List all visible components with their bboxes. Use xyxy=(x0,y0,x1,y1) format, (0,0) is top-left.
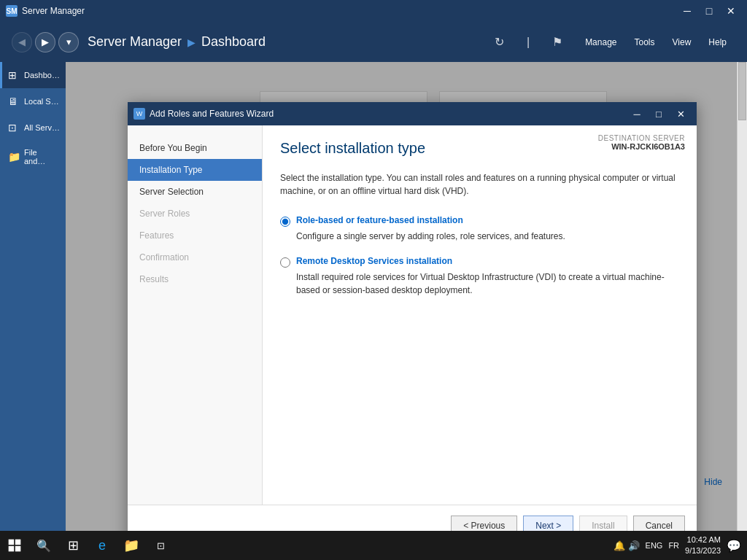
install-button[interactable]: Install xyxy=(579,516,627,532)
radio-remote-desktop[interactable] xyxy=(280,257,290,268)
sidebar-item-label-file: File and… xyxy=(24,148,60,166)
sm-sidebar: ⊞ Dashbo… 🖥 Local S… ⊡ All Serv… 📁 File … xyxy=(0,62,66,531)
svg-rect-1 xyxy=(15,540,21,545)
local-server-icon: 🖥 xyxy=(8,96,21,107)
sm-app-icon: SM xyxy=(6,5,18,17)
dialog-body: Before You Begin Installation Type Serve… xyxy=(128,125,697,505)
dialog-titlebar: W Add Roles and Features Wizard ─ □ ✕ xyxy=(128,102,697,125)
radio-remote-desktop-desc: Install required role services for Virtu… xyxy=(296,271,679,297)
dialog-overlay: W Add Roles and Features Wizard ─ □ ✕ xyxy=(66,62,737,531)
sm-maximize-btn[interactable]: □ xyxy=(699,3,719,19)
taskbar-date: 9/13/2023 xyxy=(685,545,721,556)
sm-body: ⊞ Dashbo… 🖥 Local S… ⊡ All Serv… 📁 File … xyxy=(0,62,747,531)
dialog-nav-installation-type[interactable]: Installation Type xyxy=(128,159,262,181)
radio-row-2: Remote Desktop Services installation xyxy=(280,256,679,268)
sm-breadcrumb-app: Server Manager xyxy=(88,34,182,50)
sm-close-btn[interactable]: ✕ xyxy=(721,3,741,19)
dialog-nav-confirmation: Confirmation xyxy=(128,246,262,268)
sm-scrollbar-thumb[interactable] xyxy=(738,62,746,120)
sm-header-right: ↻ | ⚑ Manage Tools View Help xyxy=(489,32,735,52)
taskbar-app-icon-1[interactable]: ⊞ xyxy=(58,531,88,560)
dialog-description: Select the installation type. You can in… xyxy=(280,171,679,198)
taskbar-pinned-apps: ⊞ e 📁 ⊡ xyxy=(58,531,175,560)
add-roles-wizard-dialog: W Add Roles and Features Wizard ─ □ ✕ xyxy=(128,102,697,531)
dialog-nav-features: Features xyxy=(128,225,262,246)
radio-option-remote-desktop: Remote Desktop Services installation Ins… xyxy=(280,256,679,297)
radio-option-role-based: Role-based or feature-based installation… xyxy=(280,215,679,243)
next-button[interactable]: Next > xyxy=(523,516,573,532)
radio-role-based-desc: Configure a single server by adding role… xyxy=(296,230,679,243)
sm-dropdown-btn[interactable]: ▾ xyxy=(58,32,79,52)
sm-menu-help[interactable]: Help xyxy=(700,32,735,52)
dialog-content: DESTINATION SERVER WIN-RJCKI6OB1A3 Selec… xyxy=(263,125,697,505)
dialog-nav-server-selection[interactable]: Server Selection xyxy=(128,181,262,203)
sm-breadcrumb-page: Dashboard xyxy=(201,34,266,50)
taskbar-language: ENG xyxy=(646,541,663,550)
sm-menu-manage[interactable]: Manage xyxy=(576,32,625,52)
dialog-minimize-btn[interactable]: ─ xyxy=(627,106,647,122)
dest-server-value: WIN-RJCKI6OB1A3 xyxy=(598,142,685,151)
taskbar-folder-icon[interactable]: 📁 xyxy=(117,531,146,560)
cancel-button[interactable]: Cancel xyxy=(633,516,685,532)
taskbar-notification-icon[interactable]: 💬 xyxy=(727,539,741,553)
sidebar-item-file[interactable]: 📁 File and… xyxy=(0,141,66,173)
taskbar-locale: FR xyxy=(668,541,679,550)
radio-remote-desktop-label[interactable]: Remote Desktop Services installation xyxy=(296,256,452,266)
sm-header: ◀ ▶ ▾ Server Manager ▶ Dashboard ↻ | ⚑ M… xyxy=(0,22,747,62)
dialog-title: Add Roles and Features Wizard xyxy=(150,109,627,119)
dialog-nav-results: Results xyxy=(128,268,262,290)
sm-refresh-icon[interactable]: ↻ xyxy=(489,32,509,52)
sm-window-controls: ─ □ ✕ xyxy=(677,3,741,19)
sidebar-item-label-local: Local S… xyxy=(24,97,59,106)
dialog-maximize-btn[interactable]: □ xyxy=(649,106,669,122)
sm-separator: | xyxy=(518,32,538,52)
svg-rect-2 xyxy=(9,546,15,552)
sm-forward-btn[interactable]: ▶ xyxy=(35,32,55,52)
svg-rect-3 xyxy=(15,546,21,552)
taskbar-search-btn[interactable]: 🔍 xyxy=(29,531,58,560)
taskbar-system-icons: 🔔 🔊 xyxy=(614,540,640,551)
server-manager-window: SM Server Manager ─ □ ✕ ◀ ▶ ▾ Server Man… xyxy=(0,0,747,531)
radio-row-1: Role-based or feature-based installation xyxy=(280,215,679,227)
desktop: SM Server Manager ─ □ ✕ ◀ ▶ ▾ Server Man… xyxy=(0,0,747,560)
previous-button[interactable]: < Previous xyxy=(451,516,517,532)
dialog-close-btn[interactable]: ✕ xyxy=(670,106,691,122)
dialog-sidebar: Before You Begin Installation Type Serve… xyxy=(128,125,263,505)
start-button[interactable] xyxy=(0,531,29,560)
sidebar-item-label-all: All Serv… xyxy=(24,123,60,132)
sm-menu-view[interactable]: View xyxy=(664,32,700,52)
sm-back-btn[interactable]: ◀ xyxy=(12,32,32,52)
dest-server-label: DESTINATION SERVER xyxy=(598,134,685,142)
sm-minimize-btn[interactable]: ─ xyxy=(677,3,697,19)
sidebar-item-all-servers[interactable]: ⊡ All Serv… xyxy=(0,114,66,141)
taskbar-time: 10:42 AM xyxy=(685,534,721,545)
taskbar-volume-icon: 🔊 xyxy=(628,540,640,551)
sm-main-content: BPA results Performance BPA results 9/13… xyxy=(66,62,737,531)
windows-logo-icon xyxy=(7,538,22,553)
file-icon: 📁 xyxy=(8,151,21,163)
sm-titlebar: SM Server Manager ─ □ ✕ xyxy=(0,0,747,22)
sm-nav-buttons: ◀ ▶ ▾ xyxy=(12,32,79,52)
sidebar-item-dashboard[interactable]: ⊞ Dashbo… xyxy=(0,62,66,88)
sm-flag-icon[interactable]: ⚑ xyxy=(547,32,568,52)
taskbar-network-icon: 🔔 xyxy=(614,540,625,551)
sidebar-item-local[interactable]: 🖥 Local S… xyxy=(0,88,66,114)
sidebar-item-label-dashboard: Dashbo… xyxy=(24,71,60,79)
taskbar-servermanager-icon[interactable]: ⊡ xyxy=(146,531,175,560)
all-servers-icon: ⊡ xyxy=(8,122,21,133)
taskbar: 🔍 ⊞ e 📁 ⊡ 🔔 🔊 ENG FR 10:42 AM 9/13/2023 … xyxy=(0,531,747,560)
dialog-controls: ─ □ ✕ xyxy=(627,106,691,122)
sm-breadcrumb: Server Manager ▶ Dashboard xyxy=(88,34,266,50)
dialog-nav-before-begin[interactable]: Before You Begin xyxy=(128,137,262,159)
dashboard-icon: ⊞ xyxy=(8,69,21,81)
dialog-footer: < Previous Next > Install Cancel xyxy=(128,505,697,531)
sm-scrollbar[interactable] xyxy=(737,62,747,531)
radio-role-based[interactable] xyxy=(280,217,290,227)
taskbar-ie-icon[interactable]: e xyxy=(88,531,117,560)
taskbar-time-date: 10:42 AM 9/13/2023 xyxy=(685,534,721,557)
radio-role-based-label[interactable]: Role-based or feature-based installation xyxy=(296,215,463,225)
dialog-icon: W xyxy=(133,108,145,120)
taskbar-right: 🔔 🔊 ENG FR 10:42 AM 9/13/2023 💬 xyxy=(614,534,747,557)
dest-server-info: DESTINATION SERVER WIN-RJCKI6OB1A3 xyxy=(598,134,685,151)
sm-menu-tools[interactable]: Tools xyxy=(626,32,664,52)
